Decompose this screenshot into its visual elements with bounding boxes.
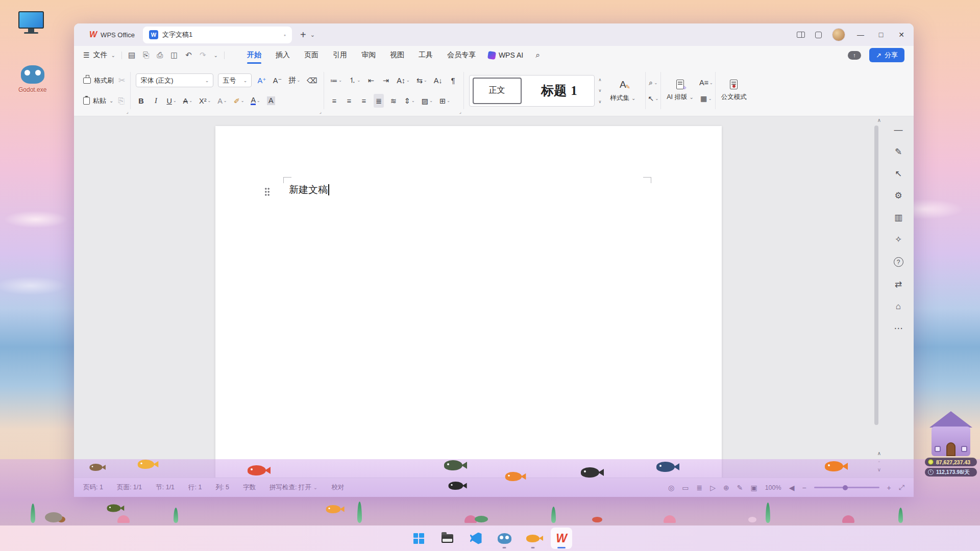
- print-preview-icon[interactable]: ◫: [170, 51, 178, 60]
- increase-indent-button[interactable]: ⇥: [381, 73, 391, 87]
- align-right-button[interactable]: ≡: [359, 94, 369, 108]
- user-avatar[interactable]: [832, 28, 845, 41]
- annotate-pen-icon[interactable]: ✎: [895, 147, 902, 156]
- zoom-in-button[interactable]: +: [887, 484, 891, 492]
- dialog-launcher-icon[interactable]: ⌟: [320, 109, 322, 114]
- find-button[interactable]: ⌕⌄: [647, 76, 659, 90]
- maximize-button[interactable]: □: [876, 31, 886, 39]
- tab-page[interactable]: 页面: [297, 47, 326, 63]
- status-word-count[interactable]: 字数: [243, 483, 256, 492]
- split-view-icon[interactable]: [797, 32, 805, 38]
- dialog-launcher-icon[interactable]: ⌟: [126, 109, 128, 114]
- line-spacing-button[interactable]: ⇕⌄: [403, 94, 416, 108]
- gallery-up-icon[interactable]: ∧: [599, 78, 602, 82]
- tab-list-chevron-icon[interactable]: ⌄: [310, 32, 315, 38]
- fullscreen-icon[interactable]: ⤢: [899, 483, 904, 492]
- paragraph-drag-handle-icon[interactable]: [264, 187, 270, 196]
- underline-button[interactable]: U⌄: [165, 94, 177, 108]
- close-button[interactable]: ✕: [896, 31, 906, 39]
- eye-protect-icon[interactable]: ◎: [668, 484, 674, 492]
- zoom-slider-knob[interactable]: [843, 485, 848, 490]
- text-direction-button[interactable]: A↕⌄: [396, 73, 411, 87]
- tab-insert[interactable]: 插入: [268, 47, 297, 63]
- taskbar-vscode[interactable]: [465, 528, 486, 549]
- collapse-panel-icon[interactable]: —: [894, 126, 903, 134]
- wrap-button[interactable]: ⇆⌄: [415, 73, 428, 87]
- minimize-button[interactable]: —: [855, 31, 866, 39]
- taskbar-godot[interactable]: [494, 528, 515, 549]
- sort-button[interactable]: A↓: [433, 73, 444, 87]
- wps-ai-button[interactable]: WPS AI: [483, 51, 528, 59]
- play-view-icon[interactable]: ▷: [710, 484, 716, 492]
- bullets-button[interactable]: ≔⌄: [329, 73, 343, 87]
- tab-membership[interactable]: 会员专享: [440, 47, 483, 63]
- copy-icon[interactable]: ⎘: [118, 96, 125, 106]
- numbering-button[interactable]: ⒈⌄: [348, 73, 361, 87]
- print-icon[interactable]: ⎙: [157, 51, 163, 60]
- font-color-button[interactable]: A⌄: [250, 94, 261, 108]
- scrollbar-thumb[interactable]: [874, 126, 878, 425]
- desktop-icon-monitor[interactable]: [18, 11, 44, 34]
- convert-sync-icon[interactable]: ⇄: [895, 280, 902, 289]
- status-column[interactable]: 列: 5: [215, 483, 229, 492]
- paste-button[interactable]: 粘贴 ⌄: [83, 96, 113, 106]
- official-doc-mode-button[interactable]: 公文模式: [717, 67, 751, 114]
- share-button[interactable]: ↗ 分享: [869, 48, 904, 62]
- align-center-button[interactable]: ≡: [344, 94, 354, 108]
- taskbar-wps[interactable]: W: [551, 528, 572, 549]
- undo-icon[interactable]: ↶: [185, 51, 192, 60]
- page-view-icon[interactable]: ▭: [682, 484, 689, 492]
- dialog-launcher-icon[interactable]: ⌟: [459, 109, 461, 114]
- outline-view-icon[interactable]: ≣: [696, 484, 702, 492]
- redo-icon[interactable]: ↷: [200, 51, 206, 60]
- style-normal[interactable]: 正文: [473, 78, 522, 104]
- fit-page-icon[interactable]: ▣: [750, 484, 757, 492]
- save-icon[interactable]: ▤: [128, 51, 135, 60]
- search-icon[interactable]: ⌕: [535, 51, 540, 60]
- clear-format-button[interactable]: ⌫: [306, 73, 318, 87]
- taskbar-start-button[interactable]: [408, 528, 429, 549]
- next-page-icon[interactable]: ∨: [877, 467, 881, 472]
- select-cursor-icon[interactable]: ↖: [895, 169, 902, 178]
- zoom-out-button[interactable]: −: [802, 484, 806, 492]
- superscript-button[interactable]: X²⌄: [198, 94, 212, 108]
- quick-access-chevron-icon[interactable]: ⌄: [214, 53, 218, 58]
- browse-object-icon[interactable]: ◦: [878, 459, 880, 464]
- desktop-icon-godot[interactable]: Godot.exe: [18, 65, 46, 93]
- cloud-upload-icon[interactable]: ↑: [848, 51, 861, 60]
- tab-document[interactable]: W 文字文稿1 ●: [143, 27, 292, 43]
- tab-reference[interactable]: 引用: [326, 47, 354, 63]
- text-tool-button[interactable]: A≡⌄: [698, 76, 714, 90]
- taskbar-fish-app[interactable]: [522, 528, 544, 549]
- desktop-pet-house-widget[interactable]: 87,627,237.43 112,173.98/天: [924, 411, 978, 477]
- shrink-font-button[interactable]: A⁻: [272, 73, 283, 87]
- format-painter-button[interactable]: 格式刷: [83, 76, 114, 85]
- status-section[interactable]: 节: 1/1: [156, 483, 175, 492]
- settings-sliders-icon[interactable]: ⚙: [894, 191, 902, 200]
- export-icon[interactable]: ⎘: [143, 51, 149, 60]
- file-menu[interactable]: ☰ 文件 ⌄: [83, 51, 115, 60]
- taskbar-file-explorer[interactable]: [436, 528, 458, 549]
- decrease-indent-button[interactable]: ⇤: [366, 73, 376, 87]
- document-page[interactable]: 新建文稿: [215, 126, 722, 478]
- highlight-button[interactable]: ✐⌄: [233, 94, 246, 108]
- shading-button[interactable]: ▨⌄: [421, 94, 434, 108]
- document-text[interactable]: 新建文稿: [289, 183, 329, 196]
- status-proofread[interactable]: 校对: [331, 483, 344, 492]
- wordart-button[interactable]: A⌄: [216, 94, 228, 108]
- panes-button[interactable]: ▦⌄: [698, 92, 714, 106]
- status-spellcheck[interactable]: 拼写检查: 打开⌄: [270, 483, 317, 492]
- ai-layout-button[interactable]: AI 排版⌄: [662, 67, 698, 114]
- select-button[interactable]: ↖⌄: [647, 92, 659, 106]
- char-shading-button[interactable]: A: [266, 94, 276, 108]
- tab-home[interactable]: 开始: [240, 47, 268, 63]
- font-size-select[interactable]: 五号 ⌄: [218, 73, 252, 87]
- gallery-more-icon[interactable]: ∨: [599, 99, 602, 104]
- prev-page-icon[interactable]: ∧: [877, 450, 881, 456]
- zoom-level[interactable]: 100%: [765, 484, 781, 491]
- app-box-icon[interactable]: [815, 32, 822, 38]
- toolbox-icon[interactable]: ▥: [894, 213, 902, 222]
- zoom-pointer-icon[interactable]: ◀: [789, 484, 795, 492]
- more-options-icon[interactable]: ⋯: [894, 324, 903, 333]
- distribute-button[interactable]: ≋: [388, 94, 399, 108]
